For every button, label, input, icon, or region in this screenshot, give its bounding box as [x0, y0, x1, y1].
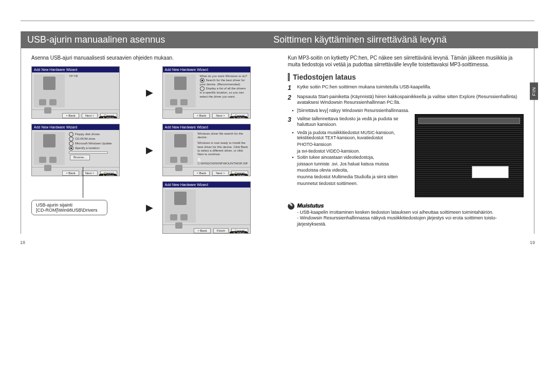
page-number-left: 18	[20, 240, 25, 245]
wizard-illustration	[34, 74, 65, 107]
callout-line2: [CD-ROM]\Win98USB\Drivers	[36, 208, 103, 213]
wizard-header: Add New Hardware Wizard	[163, 182, 250, 188]
wizard-step-4: Add New Hardware Wizard Windows driver f…	[162, 124, 251, 176]
wizard-header: Add New Hardware Wizard	[163, 67, 250, 72]
wizard-step-2: Add New Hardware Wizard What do you want…	[162, 66, 251, 119]
wizard-grid: Add New Hardware Wizard YP-T8 < Back Nex…	[31, 66, 267, 234]
driver-location-callout: USB-ajurin sijainti [CD-ROM]\Win98USB\Dr…	[31, 200, 107, 215]
step-3-sub: Vedä ja pudota musiikkitiedostot MUSIC-k…	[297, 130, 409, 141]
step-3-sub: muunna tiedostot Multimedia Studiolla ja…	[297, 174, 409, 180]
step-2: 2 Napsauta Start-painiketta (Käynnistä) …	[288, 94, 524, 106]
step-3-sub: Soitin tukee ainoastaan videotiedostoja,	[297, 155, 409, 160]
left-title: USB-ajurin manuaalinen asennus	[21, 31, 278, 48]
step-2-sub: [Siirrettävä levy] näkyy Windowsin Resur…	[297, 108, 524, 114]
step-3-sub: PHOTO-kansioon	[297, 142, 409, 147]
back-button[interactable]: < Back	[62, 113, 79, 118]
step-number: 1	[288, 84, 294, 92]
arrow-right-icon: ▶	[142, 87, 157, 98]
step-3-sub: muunnetut tiedostot soittimeen.	[297, 181, 409, 186]
right-page: Soittimen käyttäminen siirrettävänä levy…	[278, 31, 534, 234]
right-title: Soittimen käyttäminen siirrettävänä levy…	[267, 31, 538, 48]
next-button[interactable]: Next >	[212, 171, 229, 176]
wizard-text: What do you want Windows to do? Search f…	[198, 72, 250, 109]
back-button[interactable]: < Back	[193, 171, 210, 176]
step-number: 2	[288, 94, 294, 106]
note-heading: Muistutus	[288, 202, 324, 209]
wizard-text: YP-T8	[67, 72, 119, 109]
wizard-step-1: Add New Hardware Wizard YP-T8 < Back Nex…	[31, 66, 120, 119]
explorer-screenshot	[415, 114, 524, 197]
note-line: - USB-kaapelin irrottaminen kesken tiedo…	[297, 210, 524, 215]
step-text: Valitse tallennettava tiedosto ja vedä j…	[297, 116, 409, 128]
next-button[interactable]: Next >	[82, 171, 98, 176]
wizard-illustration	[165, 190, 196, 222]
wizard-header: Add New Hardware Wizard	[163, 124, 250, 130]
wizard-step-5: Add New Hardware Wizard < Back Finish Ca…	[162, 181, 251, 234]
step-3: 3 Valitse tallennettava tiedosto ja vedä…	[288, 116, 409, 128]
browse-button[interactable]: Browse...	[70, 155, 90, 160]
back-button[interactable]: < Back	[62, 171, 79, 176]
arrow-right-icon: ▶	[142, 144, 157, 156]
wizard-header: Add New Hardware Wizard	[32, 124, 119, 130]
wizard-header: Add New Hardware Wizard	[32, 67, 119, 72]
page-number-right: 19	[530, 240, 535, 245]
next-button[interactable]: Next >	[212, 113, 229, 118]
leader-line	[83, 167, 83, 198]
left-page: USB-ajurin manuaalinen asennus Asenna US…	[21, 31, 278, 234]
wizard-text: Floppy disk drives CD-ROM drive Microsof…	[67, 130, 119, 167]
step-text: Napsauta Start-painiketta (Käynnistä) hi…	[297, 94, 524, 106]
note-line: - Windowsin Resurssienhallinnassa näkyvä…	[297, 215, 524, 227]
callout-line1: USB-ajurin sijainti	[36, 202, 103, 208]
step-3-sub: ja svi-tiedostot VIDEO-kansioon.	[297, 148, 409, 154]
step-3-sub: muodoissa olevia videoita,	[297, 167, 409, 173]
wizard-step-3: Add New Hardware Wizard Floppy disk driv…	[31, 124, 120, 176]
step-number: 3	[288, 116, 294, 128]
right-intro: Kun MP3-soitin on kytketty PC:hen, PC nä…	[288, 54, 524, 68]
wizard-text: Windows driver file search for the devic…	[195, 130, 250, 167]
step-3-sub: joissaon tunniste .svi. Jos haluat katso…	[297, 161, 409, 167]
wizard-illustration	[34, 132, 65, 165]
arrow-right-icon: ▶	[142, 202, 157, 213]
language-tab: FIN	[530, 83, 538, 100]
wizard-illustration	[165, 132, 194, 165]
back-button[interactable]: < Back	[194, 228, 211, 233]
back-button[interactable]: < Back	[193, 113, 210, 118]
left-intro: Asenna USB-ajuri manuaalisesti seuraavie…	[31, 54, 267, 61]
wizard-text	[198, 188, 250, 225]
step-1: 1 Kytke soitin PC:hen soittimen mukana t…	[288, 84, 524, 92]
section-heading: Tiedostojen lataus	[288, 73, 524, 81]
next-button[interactable]: Next >	[82, 113, 98, 118]
wizard-illustration	[165, 74, 196, 107]
finish-button[interactable]: Finish	[213, 228, 229, 233]
step-text: Kytke soitin PC:hen soittimen mukana toi…	[297, 84, 431, 92]
